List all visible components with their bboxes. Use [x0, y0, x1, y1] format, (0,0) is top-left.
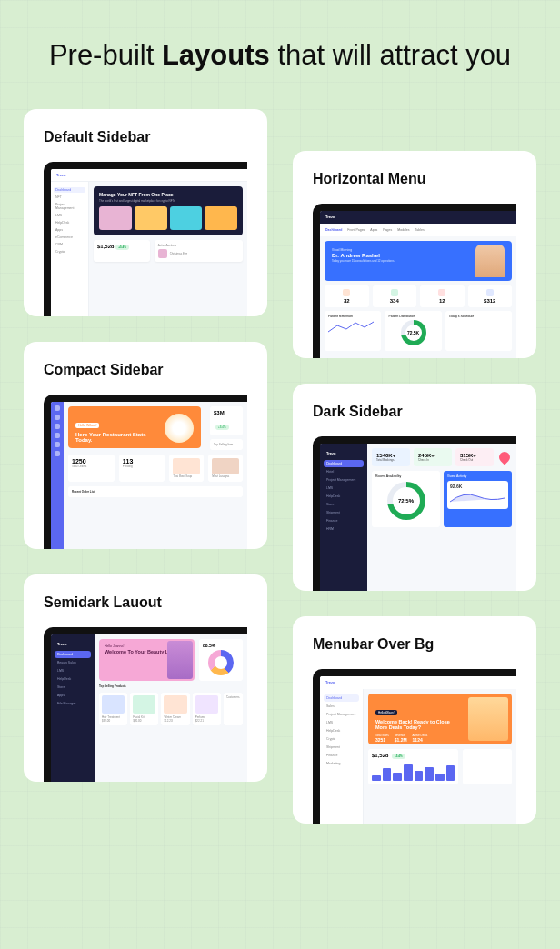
card-title: Dark Sidebar [313, 404, 516, 420]
avatar [475, 245, 505, 277]
sidebar: Dashboard NFTProject Management LMSHelpD… [51, 182, 89, 316]
illustration [468, 697, 508, 741]
card-title: Menubar Over Bg [313, 636, 516, 653]
brand-logo: Trezo [325, 680, 335, 684]
hero-banner: Good Morning Dr. Andrew Rashel Today you… [325, 241, 512, 281]
layout-card-compact-sidebar[interactable]: Compact Sidebar Hello Wilson! Here Your … [24, 342, 267, 549]
preview-thumbnail: Trezo Dashboard HotelProject Management … [313, 436, 516, 591]
hero-banner: Manage Your NFT From One Place The world… [94, 186, 243, 235]
hero-banner: Hello Joanna! Welcome To Your Beauty Lou… [99, 639, 195, 681]
layout-card-default-sidebar[interactable]: Default Sidebar Trezo Dashboard NFTProje… [24, 109, 267, 316]
preview-thumbnail: Trezo Dashboard SalesProject Management … [313, 669, 516, 824]
dark-sidebar: Trezo Dashboard HotelProject Management … [320, 444, 367, 591]
card-title: Default Sidebar [44, 129, 247, 145]
brand-logo: Trezo [56, 173, 65, 177]
card-title: Compact Sidebar [44, 362, 247, 378]
top-nav: DashboardFront Pages AppsPages ModulesTa… [320, 224, 516, 236]
card-title: Semidark Lauout [44, 594, 247, 611]
preview-thumbnail: Trezo DashboardFront Pages AppsPages Mod… [313, 204, 516, 358]
compact-sidebar [51, 402, 64, 549]
preview-thumbnail: Trezo Dashboard NFTProject Management LM… [44, 162, 247, 316]
person-image [167, 641, 193, 679]
sidebar: Dashboard SalesProject Management LMSHel… [320, 689, 364, 824]
location-icon [497, 449, 513, 465]
preview-thumbnail: Trezo Dashboard Beauty SalonLMS HelpDesk… [44, 627, 247, 782]
preview-thumbnail: Hello Wilson! Here Your Restaurant Stats… [44, 395, 247, 549]
brand-logo: Trezo [325, 215, 335, 219]
layout-card-semidark-layout[interactable]: Semidark Lauout Trezo Dashboard Beauty S… [24, 574, 267, 782]
food-image [165, 414, 194, 443]
pie-chart [208, 650, 234, 675]
layout-card-dark-sidebar[interactable]: Dark Sidebar Trezo Dashboard HotelProjec… [293, 384, 536, 591]
layouts-grid: Default Sidebar Trezo Dashboard NFTProje… [24, 109, 536, 782]
layout-card-menubar-over-bg[interactable]: Menubar Over Bg Trezo Dashboard SalesPro… [293, 616, 536, 824]
layout-card-horizontal-menu[interactable]: Horizontal Menu Trezo DashboardFront Pag… [293, 151, 536, 358]
page-title: Pre-built Layouts that will attract you [24, 36, 536, 75]
card-title: Horizontal Menu [313, 171, 516, 187]
hero-banner: Hello Wilson! Welcome Back! Ready to Clo… [368, 694, 512, 744]
bar-chart [372, 763, 455, 781]
dark-sidebar: Trezo Dashboard Beauty SalonLMS HelpDesk… [51, 634, 95, 782]
hero-banner: Hello Wilson! Here Your Restaurant Stats… [68, 406, 201, 448]
